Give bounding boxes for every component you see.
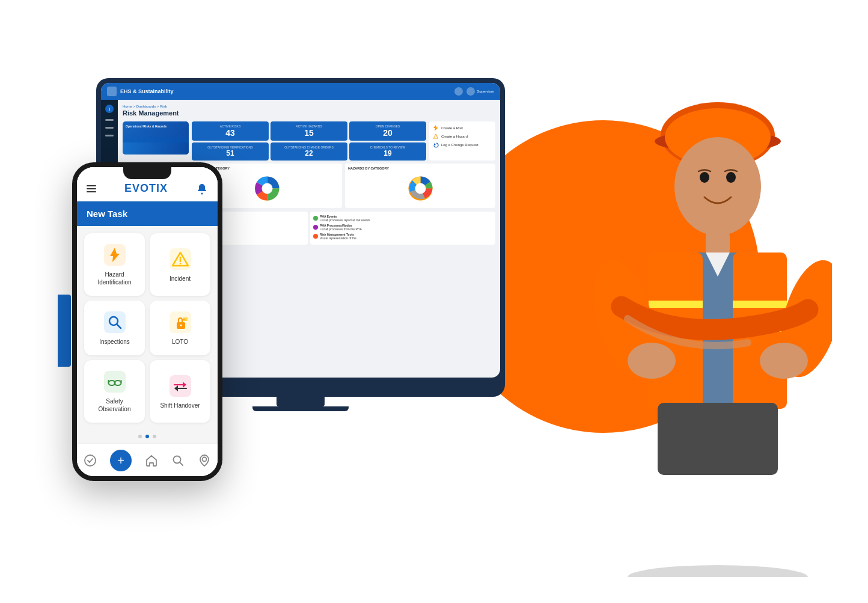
outstanding-verifications-label: OUTSTANDING VERIFICATIONS xyxy=(195,145,266,149)
pha-processes-item[interactable]: PHA Processes/Nodes List all processes f… xyxy=(313,224,492,231)
active-hazards-card: ACTIVE HAZARDS 15 xyxy=(270,121,347,141)
sidebar-nav-2[interactable] xyxy=(105,127,114,129)
top-section: Operational Risks & Hazards ACTIVE RISKS… xyxy=(123,121,495,161)
hamburger-line-2 xyxy=(87,188,96,189)
monitor-app-title: EHS & Sustainability xyxy=(120,88,174,94)
loto-task[interactable]: LOTO xyxy=(150,301,210,355)
log-change-label: Log a Change Request xyxy=(441,143,478,147)
search-magnify-icon xyxy=(104,311,126,333)
safety-observation-icon-container xyxy=(103,370,127,394)
risk-mgmt-item[interactable]: Risk Management Tools Visual representat… xyxy=(313,233,492,240)
mobile-phone: EVOTIX New Task Haza xyxy=(72,162,222,481)
worker-container xyxy=(531,48,832,577)
hazards-chart-title: HAZARDS BY CATEGORY xyxy=(348,167,492,170)
svg-point-7 xyxy=(201,192,203,194)
outstanding-change-orders-value: 22 xyxy=(274,149,344,158)
svg-point-41 xyxy=(700,172,709,183)
evotix-logo: EVOTIX xyxy=(124,182,168,195)
check-nav-icon[interactable] xyxy=(84,454,97,467)
loto-label: LOTO xyxy=(172,338,188,346)
dot-1[interactable] xyxy=(138,435,142,438)
hamburger-button[interactable] xyxy=(87,185,96,192)
user-avatar[interactable] xyxy=(466,87,475,96)
sidebar-nav-1[interactable] xyxy=(105,119,114,121)
svg-line-35 xyxy=(180,462,183,465)
risks-pie-chart xyxy=(251,172,284,205)
svg-rect-56 xyxy=(658,403,778,475)
new-task-label: New Task xyxy=(87,209,208,219)
pha-events-sublabel: List all processes report at risk events xyxy=(320,218,370,222)
sidebar-nav-3[interactable] xyxy=(105,135,114,136)
notification-bell-icon[interactable] xyxy=(196,183,208,195)
svg-rect-43 xyxy=(706,231,730,256)
user-name: Supervisor xyxy=(477,90,494,93)
location-nav-icon[interactable] xyxy=(198,454,211,467)
outstanding-change-orders-label: OUTSTANDING CHANGE ORDERS xyxy=(274,145,344,149)
open-changes-card: OPEN CHANGES 20 xyxy=(349,121,426,141)
add-nav-button[interactable]: + xyxy=(110,450,132,471)
outstanding-verifications-value: 51 xyxy=(195,149,266,158)
inspections-icon-container xyxy=(103,310,127,334)
right-list: PHA Events List all processes report at … xyxy=(310,212,495,245)
open-changes-value: 20 xyxy=(352,128,423,138)
dot-3[interactable] xyxy=(153,435,156,438)
chemicals-review-value: 19 xyxy=(352,149,423,158)
svg-rect-14 xyxy=(104,311,126,333)
arrows-handover-icon xyxy=(170,375,191,397)
safety-observation-label: Safety Observation xyxy=(89,397,140,413)
warning-action-icon xyxy=(433,133,439,139)
incident-task[interactable]: Incident xyxy=(150,233,210,296)
svg-point-13 xyxy=(179,263,181,265)
pha-processes-icon xyxy=(313,225,318,230)
svg-marker-1 xyxy=(433,134,438,139)
hamburger-line-1 xyxy=(87,185,96,186)
svg-rect-49 xyxy=(733,301,787,308)
stats-row-2: OUTSTANDING VERIFICATIONS 51 OUTSTANDING… xyxy=(192,142,426,161)
page-title: Risk Management xyxy=(123,109,495,117)
svg-point-57 xyxy=(628,565,808,577)
phone-task-header: New Task xyxy=(77,201,218,226)
chemicals-review-card: CHEMICALS TO REVIEW 19 xyxy=(349,142,426,161)
hazards-pie-chart xyxy=(404,172,437,205)
svg-point-4 xyxy=(261,183,272,194)
stand-base xyxy=(252,406,349,411)
incident-icon-container xyxy=(168,247,192,271)
incident-label: Incident xyxy=(170,275,191,283)
phone-screen: EVOTIX New Task Haza xyxy=(77,167,218,476)
home-nav-icon[interactable] xyxy=(145,454,158,467)
notification-icon[interactable] xyxy=(454,87,463,96)
stats-row-1: ACTIVE RISKS 43 ACTIVE HAZARDS 15 OPEN C… xyxy=(192,121,426,141)
loto-icon-container xyxy=(168,310,192,334)
svg-point-54 xyxy=(628,343,676,379)
open-changes-label: OPEN CHANGES xyxy=(352,124,423,128)
task-grid: Hazard Identification Incident xyxy=(77,226,218,430)
actions-panel: Create a Risk Create a Hazard xyxy=(429,121,495,161)
lightning-action-icon xyxy=(433,125,439,131)
svg-rect-48 xyxy=(649,301,703,308)
search-nav-icon[interactable] xyxy=(171,454,185,467)
active-risks-value: 43 xyxy=(195,128,266,138)
active-hazards-value: 15 xyxy=(274,128,344,138)
dot-2[interactable] xyxy=(145,435,149,438)
svg-marker-0 xyxy=(433,125,438,131)
inspections-task[interactable]: Inspections xyxy=(84,301,145,355)
hazard-identification-label: Hazard Identification xyxy=(89,271,140,286)
svg-marker-2 xyxy=(434,143,436,145)
create-hazard-label: Create a Hazard xyxy=(441,135,468,138)
svg-point-33 xyxy=(85,455,96,466)
stats-container: ACTIVE RISKS 43 ACTIVE HAZARDS 15 OPEN C… xyxy=(192,121,426,161)
pha-events-item[interactable]: PHA Events List all processes report at … xyxy=(313,215,492,222)
inspections-label: Inspections xyxy=(99,338,130,346)
create-hazard-action[interactable]: Create a Hazard xyxy=(433,133,492,139)
shift-handover-task[interactable]: Shift Handover xyxy=(150,360,210,423)
monitor-header: EHS & Sustainability Supervisor xyxy=(101,83,500,100)
shift-handover-label: Shift Handover xyxy=(160,402,200,409)
log-change-action[interactable]: Log a Change Request xyxy=(433,142,492,148)
monitor-header-controls: Supervisor xyxy=(454,87,494,96)
page-dots xyxy=(77,430,218,443)
hazard-identification-task[interactable]: Hazard Identification xyxy=(84,233,145,296)
stand-neck xyxy=(277,397,325,406)
create-risk-action[interactable]: Create a Risk xyxy=(433,125,492,131)
safety-observation-task[interactable]: Safety Observation xyxy=(84,360,145,423)
svg-point-6 xyxy=(415,183,426,194)
